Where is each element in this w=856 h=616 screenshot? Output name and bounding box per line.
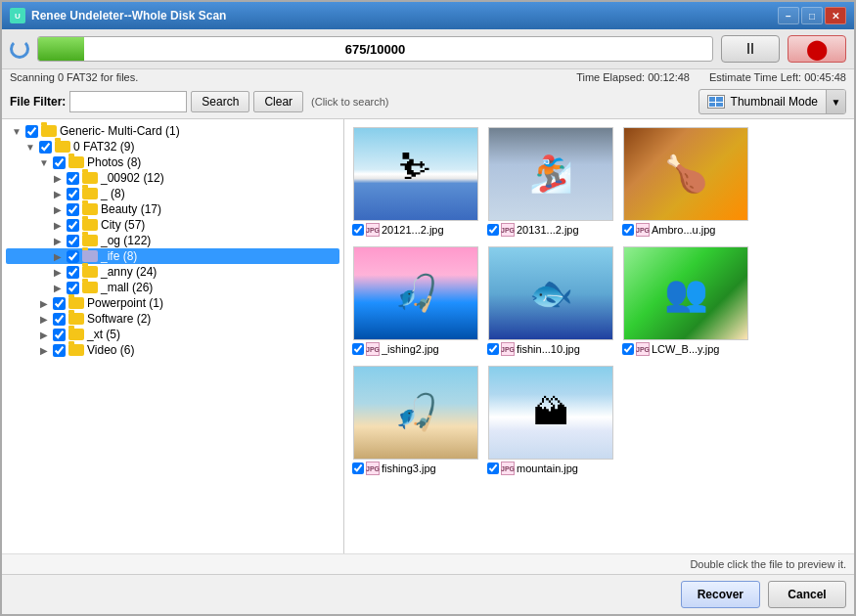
thumbnail-mode-label: Thumbnail Mode bbox=[699, 90, 826, 113]
tree-toggle-ife[interactable]: ▶ bbox=[52, 250, 64, 262]
folder-icon bbox=[68, 313, 84, 325]
thumbnail-mode-dropdown-arrow[interactable]: ▼ bbox=[826, 90, 845, 113]
thumbnail-card[interactable]: 🏂 JPG 20131...2.jpg bbox=[487, 127, 614, 239]
thumb-label-row: JPG Ambro...u.jpg bbox=[622, 221, 749, 239]
progress-bar: 675/10000 bbox=[37, 36, 713, 62]
maximize-button[interactable]: □ bbox=[801, 7, 823, 24]
tree-item-beauty[interactable]: ▶ Beauty (17) bbox=[6, 201, 339, 217]
thumb-filename: LCW_B...y.jpg bbox=[652, 343, 749, 355]
thumbnail-card[interactable]: 🍗 JPG Ambro...u.jpg bbox=[622, 127, 749, 239]
tree-checkbox-ife[interactable] bbox=[67, 250, 79, 263]
thumbnail-image[interactable]: 🎣 bbox=[353, 246, 478, 340]
thumb-checkbox[interactable] bbox=[352, 462, 364, 474]
tree-toggle-og[interactable]: ▶ bbox=[52, 235, 64, 246]
tree-item-video[interactable]: ▶ Video (6) bbox=[6, 342, 339, 358]
tree-checkbox-software[interactable] bbox=[53, 313, 66, 326]
tree-checkbox-generic[interactable] bbox=[25, 125, 38, 138]
tree-checkbox-00902[interactable] bbox=[67, 172, 79, 185]
tree-checkbox-photos[interactable] bbox=[53, 156, 66, 169]
thumb-checkbox[interactable] bbox=[622, 224, 634, 236]
tree-checkbox-beauty[interactable] bbox=[67, 203, 79, 216]
thumbnail-image[interactable]: 🐟 bbox=[488, 246, 613, 340]
tree-checkbox-fat32[interactable] bbox=[39, 141, 52, 154]
thumbnail-card[interactable]: 🐟 JPG fishin...10.jpg bbox=[487, 246, 614, 358]
thumbnail-image[interactable]: ⛷ bbox=[353, 127, 478, 221]
thumbnail-image[interactable]: 🏔 bbox=[488, 366, 613, 460]
tree-item-ife[interactable]: ▶ _ife (8) bbox=[6, 248, 339, 264]
tree-checkbox-underscore[interactable] bbox=[67, 188, 79, 200]
tree-checkbox-city[interactable] bbox=[67, 219, 79, 232]
thumb-filename: _ishing2.jpg bbox=[382, 343, 479, 355]
cancel-button[interactable]: Cancel bbox=[768, 581, 846, 608]
minimize-button[interactable]: − bbox=[778, 7, 799, 24]
tree-item-mall[interactable]: ▶ _mall (26) bbox=[6, 280, 339, 295]
tree-item-city[interactable]: ▶ City (57) bbox=[6, 217, 339, 233]
tree-label-og: _og (122) bbox=[101, 234, 151, 247]
thumbnail-image[interactable]: 🏂 bbox=[488, 127, 613, 221]
pause-button[interactable]: ⏸ bbox=[721, 35, 780, 63]
folder-icon bbox=[41, 125, 57, 137]
search-button[interactable]: Search bbox=[191, 91, 249, 112]
thumbnail-card[interactable]: ⛷ JPG 20121...2.jpg bbox=[352, 127, 479, 239]
tree-toggle-generic[interactable]: ▼ bbox=[11, 125, 23, 137]
stop-button[interactable]: ⬤ bbox=[788, 35, 846, 63]
tree-toggle-anny[interactable]: ▶ bbox=[52, 266, 64, 278]
bottom-buttons: Recover Cancel bbox=[2, 574, 854, 614]
thumb-label-row: JPG LCW_B...y.jpg bbox=[622, 340, 749, 358]
tree-checkbox-xt[interactable] bbox=[53, 329, 66, 341]
thumbnail-image[interactable]: 👥 bbox=[623, 246, 748, 340]
thumbnail-image[interactable]: 🍗 bbox=[623, 127, 748, 221]
thumbnail-card[interactable]: 🎣 JPG _ishing2.jpg bbox=[352, 246, 479, 358]
thumb-checkbox[interactable] bbox=[487, 462, 499, 474]
tree-item-og[interactable]: ▶ _og (122) bbox=[6, 233, 339, 248]
filter-input[interactable] bbox=[69, 91, 187, 112]
thumb-filename: 20131...2.jpg bbox=[517, 224, 614, 236]
folder-icon bbox=[82, 203, 98, 215]
thumbnail-card[interactable]: 🏔 JPG mountain.jpg bbox=[487, 366, 614, 477]
tree-item-powerpoint[interactable]: ▶ Powerpoint (1) bbox=[6, 295, 339, 311]
progress-area: 675/10000 ⏸ ⬤ bbox=[2, 29, 854, 69]
thumb-checkbox[interactable] bbox=[352, 224, 364, 236]
tree-toggle-city[interactable]: ▶ bbox=[52, 219, 64, 231]
filter-hint: (Click to search) bbox=[311, 96, 388, 108]
tree-item-00902[interactable]: ▶ _00902 (12) bbox=[6, 170, 339, 186]
tree-checkbox-powerpoint[interactable] bbox=[53, 297, 66, 310]
tree-item-xt[interactable]: ▶ _xt (5) bbox=[6, 327, 339, 342]
tree-label-video: Video (6) bbox=[87, 343, 134, 357]
close-button[interactable]: ✕ bbox=[825, 7, 846, 24]
tree-toggle-video[interactable]: ▶ bbox=[38, 344, 50, 356]
status-bar: Scanning 0 FAT32 for files. Time Elapsed… bbox=[2, 69, 854, 85]
thumb-checkbox[interactable] bbox=[622, 343, 634, 355]
thumb-filename: fishin...10.jpg bbox=[517, 343, 614, 355]
tree-item-anny[interactable]: ▶ _anny (24) bbox=[6, 264, 339, 280]
tree-toggle-software[interactable]: ▶ bbox=[38, 313, 50, 325]
tree-toggle-beauty[interactable]: ▶ bbox=[52, 203, 64, 215]
tree-toggle-powerpoint[interactable]: ▶ bbox=[38, 297, 50, 309]
tree-checkbox-video[interactable] bbox=[53, 344, 66, 357]
tree-checkbox-og[interactable] bbox=[67, 235, 79, 247]
tree-checkbox-anny[interactable] bbox=[67, 266, 79, 279]
thumb-checkbox[interactable] bbox=[487, 224, 499, 236]
tree-toggle-xt[interactable]: ▶ bbox=[38, 329, 50, 340]
tree-toggle-fat32[interactable]: ▼ bbox=[24, 141, 36, 153]
tree-item-photos[interactable]: ▼ Photos (8) bbox=[6, 154, 339, 170]
thumb-checkbox[interactable] bbox=[487, 343, 499, 355]
tree-checkbox-mall[interactable] bbox=[67, 282, 79, 294]
thumbnail-card[interactable]: 🎣 JPG fishing3.jpg bbox=[352, 366, 479, 477]
tree-item-generic[interactable]: ▼ Generic- Multi-Card (1) bbox=[6, 123, 339, 139]
thumbnail-card[interactable]: 👥 JPG LCW_B...y.jpg bbox=[622, 246, 749, 358]
tree-toggle-underscore[interactable]: ▶ bbox=[52, 188, 64, 199]
tree-toggle-mall[interactable]: ▶ bbox=[52, 282, 64, 293]
tree-item-underscore[interactable]: ▶ _ (8) bbox=[6, 186, 339, 201]
recover-button[interactable]: Recover bbox=[681, 581, 760, 608]
thumbnail-mode-button[interactable]: Thumbnail Mode ▼ bbox=[698, 89, 846, 114]
tree-item-software[interactable]: ▶ Software (2) bbox=[6, 311, 339, 327]
thumb-file-icon: JPG bbox=[501, 223, 515, 237]
tree-item-fat32[interactable]: ▼ 0 FAT32 (9) bbox=[6, 139, 339, 154]
thumbnail-image[interactable]: 🎣 bbox=[353, 366, 478, 460]
thumb-checkbox[interactable] bbox=[352, 343, 364, 355]
folder-icon bbox=[82, 188, 98, 199]
tree-toggle-00902[interactable]: ▶ bbox=[52, 172, 64, 184]
tree-toggle-photos[interactable]: ▼ bbox=[38, 156, 50, 168]
clear-button[interactable]: Clear bbox=[253, 91, 303, 112]
